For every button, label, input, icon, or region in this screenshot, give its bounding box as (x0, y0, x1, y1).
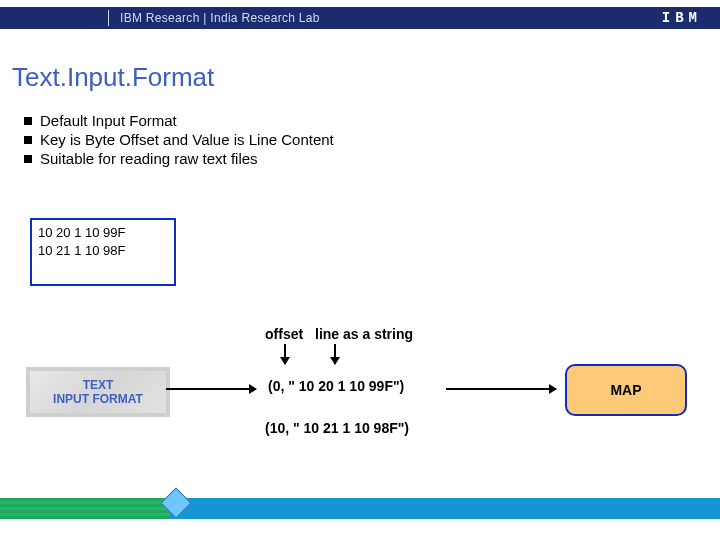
text-input-format-box: TEXT INPUT FORMAT (26, 367, 170, 417)
bullet-item: Key is Byte Offset and Value is Line Con… (24, 131, 334, 148)
bullet-text: Suitable for reading raw text files (40, 150, 258, 167)
bullet-list: Default Input Format Key is Byte Offset … (24, 112, 334, 169)
footer-texture (0, 498, 170, 519)
tuple-1: (0, " 10 20 1 10 99F") (268, 378, 404, 394)
bullet-icon (24, 136, 32, 144)
map-box: MAP (565, 364, 687, 416)
bullet-text: Default Input Format (40, 112, 177, 129)
map-label: MAP (610, 382, 641, 398)
tuple-2: (10, " 10 21 1 10 98F") (265, 420, 409, 436)
raw-line-2: 10 21 1 10 98F (38, 243, 125, 258)
tuple-labels: offset line as a string (265, 326, 413, 342)
ibm-logo: IBM (662, 10, 702, 26)
label-line: line as a string (315, 326, 413, 342)
arrow-down-icon (284, 344, 286, 364)
slide-title: Text.Input.Format (12, 62, 214, 93)
arrow-right-icon (446, 388, 556, 390)
bullet-item: Default Input Format (24, 112, 334, 129)
bullet-item: Suitable for reading raw text files (24, 150, 334, 167)
arrow-right-icon (166, 388, 256, 390)
header-text: IBM Research | India Research Lab (120, 11, 320, 25)
arrow-down-icon (334, 344, 336, 364)
label-offset: offset (265, 326, 303, 342)
header-bar: IBM Research | India Research Lab IBM (0, 7, 720, 29)
bullet-icon (24, 155, 32, 163)
bullet-icon (24, 117, 32, 125)
bullet-text: Key is Byte Offset and Value is Line Con… (40, 131, 334, 148)
raw-file-box: 10 20 1 10 99F 10 21 1 10 98F (30, 218, 176, 286)
tif-label: TEXT INPUT FORMAT (53, 378, 143, 406)
raw-line-1: 10 20 1 10 99F (38, 225, 125, 240)
header-divider (108, 10, 109, 26)
